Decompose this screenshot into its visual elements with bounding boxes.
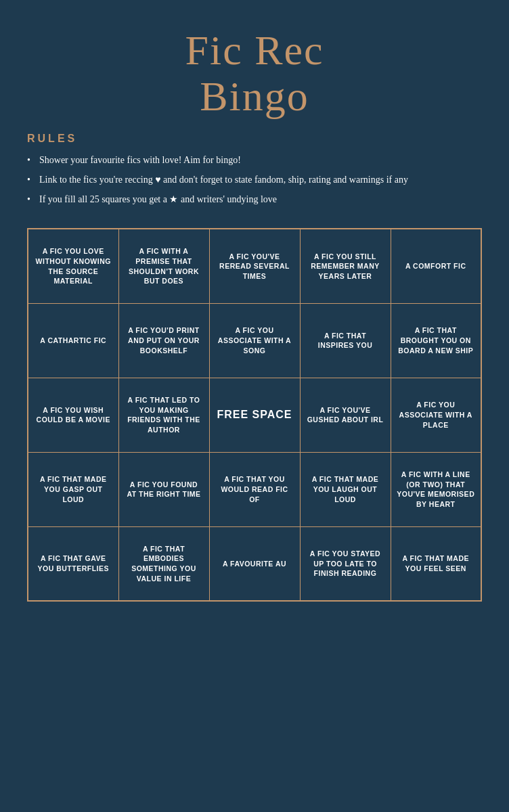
- bingo-cell-4-4[interactable]: A FIC THAT MADE YOU FEEL SEEN: [391, 526, 481, 601]
- rules-section: RULES Shower your favourite fics with lo…: [27, 133, 482, 212]
- bingo-cell-4-1[interactable]: A FIC THAT EMBODIES SOMETHING YOU VALUE …: [118, 526, 209, 601]
- rule-item-3: If you fill all 25 squares you get a ★ a…: [27, 192, 482, 206]
- bingo-cell-0-4[interactable]: A COMFORT FIC: [391, 229, 481, 303]
- bingo-cell-3-4[interactable]: A FIC WITH A LINE (OR TWO) THAT YOU'VE M…: [391, 452, 481, 526]
- rules-list: Shower your favourite fics with love! Ai…: [27, 153, 482, 206]
- title-text: Fic Rec Bingo: [185, 27, 324, 119]
- bingo-cell-3-2[interactable]: A FIC THAT YOU WOULD READ FIC OF: [209, 452, 300, 526]
- title-line1: Fic Rec: [185, 27, 324, 73]
- bingo-cell-3-0[interactable]: A FIC THAT MADE YOU GASP OUT LOUD: [28, 452, 118, 526]
- bingo-row-3: A FIC THAT MADE YOU GASP OUT LOUDA FIC Y…: [28, 452, 481, 526]
- bingo-cell-0-2[interactable]: A FIC YOU'VE REREAD SEVERAL TIMES: [209, 229, 300, 303]
- bingo-cell-4-3[interactable]: A FIC YOU STAYED UP TOO LATE TO FINISH R…: [300, 526, 391, 601]
- bingo-cell-2-0[interactable]: A FIC YOU WISH COULD BE A MOVIE: [28, 378, 118, 452]
- bingo-cell-2-4[interactable]: A FIC YOU ASSOCIATE WITH A PLACE: [391, 378, 481, 452]
- bingo-cell-0-3[interactable]: A FIC YOU STILL REMEMBER MANY YEARS LATE…: [300, 229, 391, 303]
- bingo-cell-1-0[interactable]: A CATHARTIC FIC: [28, 303, 118, 378]
- bingo-cell-1-1[interactable]: A FIC YOU'D PRINT AND PUT ON YOUR BOOKSH…: [118, 303, 209, 378]
- rule-item-1: Shower your favourite fics with love! Ai…: [27, 153, 482, 167]
- bingo-cell-0-1[interactable]: A FIC WITH A PREMISE THAT SHOULDN'T WORK…: [118, 229, 209, 303]
- bingo-cell-3-3[interactable]: A FIC THAT MADE YOU LAUGH OUT LOUD: [300, 452, 391, 526]
- title-line2: Bingo: [200, 73, 309, 119]
- bingo-cell-2-2[interactable]: FREE SPACE: [209, 378, 300, 452]
- bingo-cell-0-0[interactable]: A FIC YOU LOVE WITHOUT KNOWING THE SOURC…: [28, 229, 118, 303]
- rule-item-2: Link to the fics you're reccing ♥ and do…: [27, 173, 482, 187]
- bingo-row-2: A FIC YOU WISH COULD BE A MOVIEA FIC THA…: [28, 378, 481, 452]
- bingo-row-0: A FIC YOU LOVE WITHOUT KNOWING THE SOURC…: [28, 229, 481, 303]
- bingo-cell-1-2[interactable]: A FIC YOU ASSOCIATE WITH A SONG: [209, 303, 300, 378]
- bingo-cell-4-0[interactable]: A FIC THAT GAVE YOU BUTTERFLIES: [28, 526, 118, 601]
- bingo-cell-1-3[interactable]: A FIC THAT INSPIRES YOU: [300, 303, 391, 378]
- title-container: Fic Rec Bingo: [185, 27, 324, 119]
- bingo-grid: A FIC YOU LOVE WITHOUT KNOWING THE SOURC…: [27, 228, 482, 602]
- bingo-cell-2-1[interactable]: A FIC THAT LED TO YOU MAKING FRIENDS WIT…: [118, 378, 209, 452]
- bingo-row-1: A CATHARTIC FICA FIC YOU'D PRINT AND PUT…: [28, 303, 481, 378]
- bingo-cell-4-2[interactable]: A FAVOURITE AU: [209, 526, 300, 601]
- bingo-cell-2-3[interactable]: A FIC YOU'VE GUSHED ABOUT IRL: [300, 378, 391, 452]
- bingo-row-4: A FIC THAT GAVE YOU BUTTERFLIESA FIC THA…: [28, 526, 481, 601]
- bingo-cell-3-1[interactable]: A FIC YOU FOUND AT THE RIGHT TIME: [118, 452, 209, 526]
- bingo-cell-1-4[interactable]: A FIC THAT BROUGHT YOU ON BOARD A NEW SH…: [391, 303, 481, 378]
- rules-heading: RULES: [27, 133, 482, 145]
